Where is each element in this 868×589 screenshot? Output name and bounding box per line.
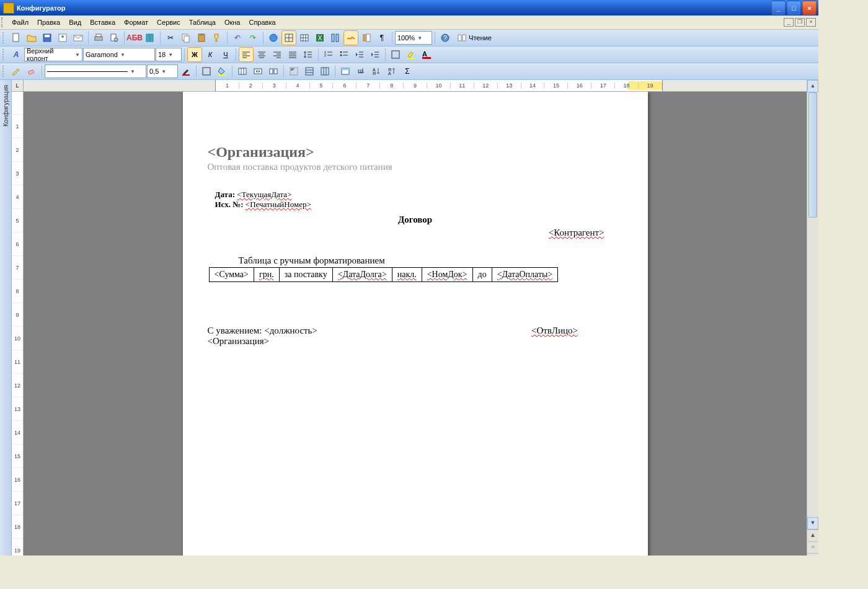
next-page-button[interactable]: ▼: [807, 553, 818, 556]
toolbar-grip[interactable]: [2, 66, 6, 77]
highlight-button[interactable]: [404, 47, 418, 62]
maximize-button[interactable]: □: [787, 1, 801, 15]
print-preview-button[interactable]: [107, 30, 122, 45]
line-spacing-button[interactable]: [301, 47, 316, 62]
bold-button[interactable]: Ж: [187, 47, 202, 62]
menu-help[interactable]: Справка: [244, 17, 280, 27]
decrease-indent-button[interactable]: [352, 47, 367, 62]
page[interactable]: <Организация> Оптовая поставка продуктов…: [183, 91, 648, 556]
underline-button[interactable]: Ч: [218, 47, 233, 62]
tables-borders-button[interactable]: [281, 30, 296, 45]
align-top-left-button[interactable]: [286, 64, 301, 79]
svg-text:?: ?: [443, 35, 447, 42]
columns-button[interactable]: [328, 30, 343, 45]
align-right-button[interactable]: [270, 47, 285, 62]
ruler-corner[interactable]: L: [12, 80, 24, 92]
bullet-list-button[interactable]: [337, 47, 352, 62]
mdi-close-button[interactable]: ×: [806, 18, 816, 27]
merge-cells-button[interactable]: [250, 64, 265, 79]
font-color-button[interactable]: A: [419, 47, 434, 62]
align-center-button[interactable]: [254, 47, 269, 62]
distribute-rows-button[interactable]: [302, 64, 317, 79]
font-size-combo[interactable]: 18▼: [156, 48, 182, 61]
undo-button[interactable]: ↶: [230, 30, 245, 45]
mdi-minimize-button[interactable]: _: [784, 18, 794, 27]
menu-format[interactable]: Формат: [120, 17, 153, 27]
styles-button[interactable]: A: [9, 47, 24, 62]
menu-file[interactable]: Файл: [7, 17, 33, 27]
toolbar-grip[interactable]: [2, 49, 6, 60]
menu-insert[interactable]: Вставка: [86, 17, 120, 27]
toolbar-grip[interactable]: [2, 32, 6, 43]
border-color-button[interactable]: [179, 64, 193, 79]
menu-view[interactable]: Вид: [64, 17, 86, 27]
show-marks-button[interactable]: ¶: [374, 30, 389, 45]
read-button[interactable]: Чтение: [453, 30, 495, 45]
svg-rect-8: [111, 34, 116, 41]
svg-rect-87: [342, 68, 349, 70]
increase-indent-button[interactable]: [368, 47, 383, 62]
menu-windows[interactable]: Окна: [220, 17, 245, 27]
hyperlink-button[interactable]: [266, 30, 281, 45]
new-doc-button[interactable]: [9, 30, 24, 45]
line-weight-combo[interactable]: 0,5▼: [147, 64, 178, 78]
paste-button[interactable]: [194, 30, 209, 45]
close-button[interactable]: ×: [802, 1, 817, 15]
spellcheck-button[interactable]: АБВ: [127, 30, 142, 45]
document-scroll-area[interactable]: <Организация> Оптовая поставка продуктов…: [23, 91, 807, 556]
menu-service[interactable]: Сервис: [153, 17, 185, 27]
scroll-down-arrow-icon[interactable]: ▼: [807, 517, 818, 529]
distribute-cols-button[interactable]: [317, 64, 332, 79]
help-button[interactable]: ?: [438, 30, 453, 45]
justify-button[interactable]: [285, 47, 300, 62]
horizontal-ruler[interactable]: 12345678910111213141516171819: [23, 80, 807, 92]
svg-rect-83: [321, 68, 329, 75]
split-cells-button[interactable]: [266, 64, 281, 79]
shading-color-button[interactable]: [215, 64, 229, 79]
save-button[interactable]: [40, 30, 55, 45]
menu-edit[interactable]: Правка: [33, 17, 64, 27]
docmap-button[interactable]: [359, 30, 374, 45]
select-browse-button[interactable]: ○: [807, 541, 818, 553]
vertical-ruler[interactable]: 1234567891011121314151617181920: [12, 91, 24, 556]
vertical-scrollbar[interactable]: ▲ ▼ ▲ ○ ▼: [807, 80, 818, 556]
autosum-button[interactable]: Σ: [400, 64, 415, 79]
copy-button[interactable]: [179, 30, 193, 45]
zoom-combo[interactable]: 100%▼: [395, 31, 432, 45]
redo-button[interactable]: ↷: [246, 30, 260, 45]
sort-asc-button[interactable]: АЯ: [369, 64, 384, 79]
prev-page-button[interactable]: ▲: [807, 529, 818, 541]
eraser-button[interactable]: [24, 64, 39, 79]
print-button[interactable]: [91, 30, 106, 45]
autoformat-button[interactable]: [338, 64, 353, 79]
email-button[interactable]: [71, 30, 86, 45]
line-style-combo[interactable]: ▼: [45, 64, 146, 78]
outside-border-button[interactable]: [199, 64, 214, 79]
research-button[interactable]: [143, 30, 157, 45]
menu-table[interactable]: Таблица: [185, 17, 220, 27]
style-combo[interactable]: Верхний колонт▼: [24, 48, 82, 61]
scroll-thumb[interactable]: [808, 92, 817, 218]
insert-table2-button[interactable]: [235, 64, 250, 79]
scroll-up-arrow-icon[interactable]: ▲: [807, 80, 818, 92]
insert-table-button[interactable]: [297, 30, 312, 45]
excel-button[interactable]: X: [312, 30, 327, 45]
sort-desc-button[interactable]: ЯА: [384, 64, 399, 79]
draw-table-button[interactable]: [9, 64, 24, 79]
font-combo[interactable]: Garamond▼: [83, 48, 155, 61]
open-button[interactable]: [24, 30, 39, 45]
permissions-button[interactable]: [55, 30, 70, 45]
toolbar-grip[interactable]: [1, 17, 5, 27]
borders-button[interactable]: [388, 47, 403, 62]
cut-button[interactable]: ✂: [163, 30, 178, 45]
drawing-button[interactable]: [343, 30, 358, 45]
mdi-restore-button[interactable]: ❐: [795, 18, 805, 27]
minimize-button[interactable]: _: [771, 1, 786, 15]
align-left-button[interactable]: [239, 47, 254, 62]
side-tab-config[interactable]: Конфигурация: [0, 80, 12, 556]
format-painter-button[interactable]: [210, 30, 224, 45]
svg-rect-76: [274, 69, 277, 74]
numbered-list-button[interactable]: 12: [321, 47, 336, 62]
text-direction-button[interactable]: Ш: [353, 64, 368, 79]
italic-button[interactable]: К: [203, 47, 218, 62]
